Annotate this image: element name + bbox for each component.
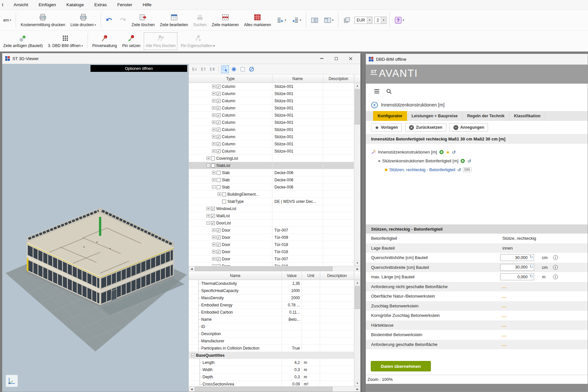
vorlagen-button[interactable]: ★Vorlagen (371, 123, 402, 132)
scroll-right-icon[interactable]: ▶ (355, 386, 360, 392)
row-checkbox[interactable] (217, 171, 220, 175)
zeile-bearbeiten-button[interactable]: Zeile bearbeiten (157, 11, 191, 30)
querschnittsbreite-cm-bauteil-input[interactable] (500, 264, 534, 271)
scroll-left-icon[interactable]: ◀ (189, 386, 194, 392)
menu-extras[interactable]: Extras (94, 2, 107, 8)
expand-tree-button[interactable] (200, 65, 207, 73)
scroll-thumb[interactable] (195, 267, 333, 271)
tab-konfigurator[interactable]: Konfigurator (373, 111, 407, 121)
expander-toggle-icon[interactable]: + (212, 99, 216, 103)
info-icon[interactable]: i (553, 265, 558, 270)
expander-toggle-icon[interactable]: + (212, 128, 216, 131)
expander-toggle-icon[interactable]: + (212, 106, 216, 110)
dropdown-caret-icon[interactable]: ▾ (381, 17, 386, 24)
nachkommastellen-auswahl-dropdown[interactable]: 2▾ (374, 17, 386, 24)
undo-icon[interactable]: ↺ (457, 168, 461, 172)
props-horizontal-scrollbar[interactable]: ◀ ▶ (189, 386, 360, 392)
tree-row[interactable]: +✓DoorTür-018 (189, 241, 354, 248)
property-row[interactable]: ThermalConductivity1,35 (189, 280, 354, 287)
value-ellipsis-link[interactable]: ... (500, 294, 507, 299)
tree-row[interactable]: +✓ColumnStütze-001 (189, 148, 354, 155)
row-checkbox[interactable]: ✓ (217, 99, 220, 103)
value-ellipsis-link[interactable]: ... (500, 332, 507, 337)
dbd-bim-oeffnen-button[interactable]: 3. DBD BIM öffnen▾ (45, 32, 86, 51)
3d-viewport[interactable]: Optionen öffnen (2, 64, 188, 392)
ern-partial-button[interactable]: ern▾ (1, 11, 14, 30)
property-row[interactable]: MassDensity2000 (189, 294, 354, 302)
row-checkbox[interactable]: ✓ (217, 236, 220, 239)
row-checkbox[interactable]: ✓ (217, 243, 220, 247)
tree-row[interactable]: −SlabDecke-006 (189, 184, 354, 191)
row-checkbox[interactable] (217, 178, 220, 182)
expander-toggle-icon[interactable]: + (212, 250, 216, 253)
scroll-track[interactable] (354, 286, 360, 381)
add-circle-icon[interactable] (439, 150, 444, 155)
hide-elements-button[interactable] (248, 65, 255, 73)
apply-data-button[interactable]: Daten übernehmen (371, 361, 431, 371)
waehrung-button[interactable] (340, 11, 353, 30)
tree-row[interactable]: +CoveringList (189, 155, 354, 162)
select-elements-button[interactable] (221, 65, 229, 73)
kostenermittlung-drucken-button[interactable]: Kostenermittlung drucken (18, 11, 68, 30)
expander-toggle-icon[interactable]: − (212, 185, 216, 189)
tree-row[interactable]: SlabTypeDE | WDVS unter Dec... (189, 198, 354, 205)
tab-leistungen-baupreise[interactable]: Leistungen + Baupreise (407, 111, 463, 121)
scroll-track[interactable] (354, 89, 360, 260)
menu-ansicht[interactable]: Ansicht (13, 2, 29, 8)
expander-toggle-icon[interactable]: + (206, 214, 210, 218)
dropdown-caret-icon[interactable]: ▾ (300, 19, 301, 22)
row-checkbox[interactable] (222, 192, 226, 196)
row-checkbox[interactable]: ✓ (217, 106, 220, 110)
tree-row[interactable]: +✓DoorTür-009 (189, 234, 354, 241)
config-tree-item[interactable]: Stützen, rechteckig - Betonfertigteil↺DI… (366, 165, 588, 174)
demarkier-optionen-button[interactable]: ▾ (289, 11, 304, 30)
tree-row[interactable]: −SlabList (189, 162, 354, 169)
tree-row[interactable]: +✓ColumnStütze-001 (189, 133, 354, 140)
scroll-right-icon[interactable]: ▶ (355, 266, 360, 271)
zeile-loeschen-button[interactable]: Zeile löschen (129, 11, 157, 30)
scroll-down-icon[interactable]: ▼ (354, 381, 360, 386)
fenster-layout-button[interactable]: ▾ (321, 11, 336, 30)
hamburger-menu-button[interactable] (374, 88, 380, 94)
refresh-icon[interactable]: ↻ (530, 264, 533, 269)
info-icon[interactable]: i (553, 255, 558, 260)
expander-toggle-icon[interactable]: + (212, 121, 216, 124)
row-checkbox[interactable]: ✓ (217, 142, 220, 146)
minimize-button[interactable] (315, 54, 329, 63)
expander-toggle-icon[interactable]: + (212, 228, 216, 232)
options-open-button[interactable]: Optionen öffnen (90, 65, 187, 72)
expander-toggle-icon[interactable]: + (206, 207, 210, 210)
tree-row[interactable]: +✓ColumnStütze-001 (189, 140, 354, 148)
scroll-thumb[interactable] (355, 286, 360, 309)
row-checkbox[interactable] (222, 200, 226, 204)
tree-row[interactable]: +✓DoorTür-018 (189, 248, 354, 255)
tree-row[interactable]: +BuildingElement... (189, 191, 354, 198)
scroll-up-icon[interactable]: ▲ (354, 280, 360, 286)
scroll-up-icon[interactable]: ▲ (354, 83, 360, 89)
show-box-button[interactable] (239, 65, 247, 73)
scroll-thumb[interactable] (195, 387, 333, 391)
row-checkbox[interactable]: ✓ (217, 128, 220, 132)
property-row[interactable]: Description (189, 330, 354, 337)
din-badge[interactable]: DIN (463, 167, 471, 172)
property-row[interactable]: ID (189, 323, 354, 330)
row-checkbox[interactable]: ✓ (217, 149, 220, 153)
value-ellipsis-link[interactable]: ... (500, 313, 507, 318)
config-tree-item[interactable]: Stützenkonstruktionen Betonfertigteil [m… (366, 156, 588, 165)
refresh-icon[interactable]: ↻ (530, 254, 533, 259)
highlight-selection-button[interactable] (230, 65, 238, 73)
value-ellipsis-link[interactable]: ... (500, 322, 507, 328)
expander-toggle-icon[interactable]: + (212, 178, 216, 182)
tree-row[interactable]: +SlabDecke-006 (189, 176, 354, 184)
property-row[interactable]: Manufacturer (189, 337, 354, 345)
max-länge-m-bauteil-input[interactable] (500, 273, 534, 280)
tab-klassifikation[interactable]: Klassifikation (509, 111, 545, 121)
value-ellipsis-link[interactable]: ... (500, 342, 507, 347)
tree-row[interactable]: +✓ColumnStütze-001 (189, 90, 354, 97)
tree-row[interactable]: +✓DoorTür-007 (189, 227, 354, 234)
row-checkbox[interactable]: ✓ (211, 214, 215, 218)
zeile-anfuegen-bauteil-button[interactable]: Zeile anfügen (Bauteil) (1, 32, 45, 51)
property-row[interactable]: Length4,2m (189, 359, 354, 366)
property-row[interactable]: NameBeto... (189, 316, 354, 323)
menu-hilfe[interactable]: Hilfe (142, 2, 152, 8)
